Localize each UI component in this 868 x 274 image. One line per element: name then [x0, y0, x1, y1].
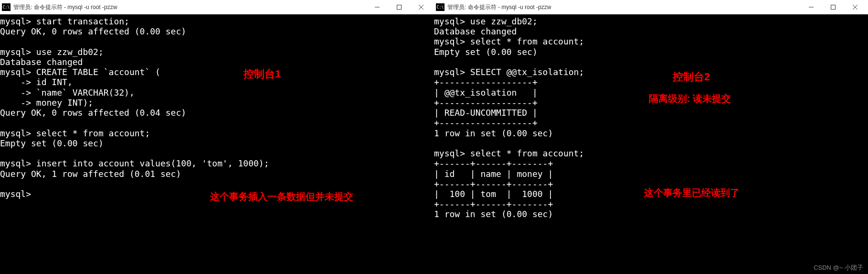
app-icon-text: C:\ — [437, 5, 444, 10]
maximize-button[interactable] — [822, 0, 844, 14]
titlebar-text-right: 管理员: 命令提示符 - mysql -u root -pzzw — [447, 3, 800, 11]
close-button[interactable] — [844, 0, 866, 14]
minimize-button[interactable] — [366, 0, 388, 14]
titlebar-controls-right — [800, 0, 866, 14]
app-icon: C:\ — [2, 3, 11, 11]
window-left: C:\ 管理员: 命令提示符 - mysql -u root -pzzw mys… — [0, 0, 434, 274]
titlebar-controls-left — [366, 0, 432, 14]
terminal-left-content: mysql> start transaction; Query OK, 0 ro… — [0, 16, 269, 199]
app-icon: C:\ — [436, 3, 445, 11]
titlebar-right: C:\ 管理员: 命令提示符 - mysql -u root -pzzw — [434, 0, 868, 14]
terminal-right-content: mysql> use zzw_db02; Database changed my… — [434, 16, 584, 219]
terminal-right[interactable]: mysql> use zzw_db02; Database changed my… — [434, 14, 868, 274]
watermark: CSDN @~ 小团子 — [814, 263, 863, 272]
maximize-button[interactable] — [388, 0, 410, 14]
titlebar-left: C:\ 管理员: 命令提示符 - mysql -u root -pzzw — [0, 0, 434, 14]
app-icon-text: C:\ — [3, 5, 10, 10]
terminal-left[interactable]: mysql> start transaction; Query OK, 0 ro… — [0, 14, 434, 274]
window-right: C:\ 管理员: 命令提示符 - mysql -u root -pzzw mys… — [434, 0, 868, 274]
annotation-console2: 控制台2 — [673, 71, 710, 83]
annotation-isolation: 隔离级别: 读未提交 — [649, 93, 731, 105]
annotation-read: 这个事务里已经读到了 — [644, 187, 740, 199]
svg-rect-1 — [397, 5, 402, 10]
annotation-insert: 这个事务插入一条数据但并未提交 — [210, 191, 353, 203]
annotation-console1: 控制台1 — [243, 68, 281, 80]
svg-rect-5 — [831, 5, 836, 10]
close-button[interactable] — [410, 0, 432, 14]
titlebar-text-left: 管理员: 命令提示符 - mysql -u root -pzzw — [13, 3, 366, 11]
minimize-button[interactable] — [800, 0, 822, 14]
